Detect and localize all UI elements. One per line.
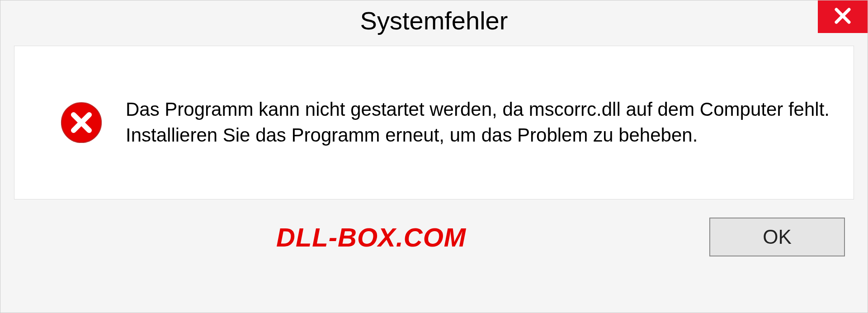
- ok-button[interactable]: OK: [709, 218, 845, 256]
- titlebar: Systemfehler: [0, 0, 868, 46]
- footer: DLL-BOX.COM OK: [0, 199, 868, 270]
- dialog-title: Systemfehler: [360, 6, 508, 35]
- close-button[interactable]: [818, 0, 868, 33]
- close-icon: [833, 6, 852, 27]
- content-panel: Das Programm kann nicht gestartet werden…: [14, 46, 854, 199]
- error-icon: [60, 101, 103, 144]
- ok-button-label: OK: [763, 226, 792, 248]
- watermark-text: DLL-BOX.COM: [14, 222, 466, 252]
- error-message: Das Programm kann nicht gestartet werden…: [126, 97, 831, 148]
- error-dialog: Systemfehler Das Programm kann nicht ges…: [0, 0, 868, 313]
